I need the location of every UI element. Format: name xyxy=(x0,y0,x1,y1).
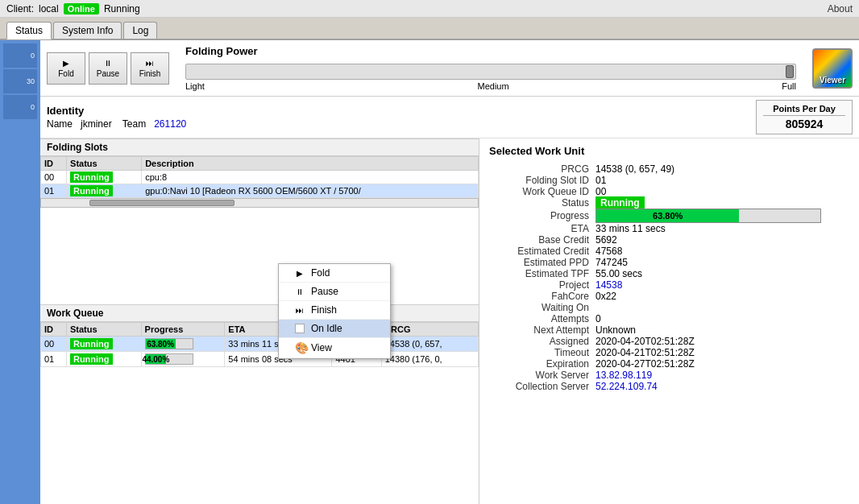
ppd-label: Points Per Day xyxy=(763,104,845,116)
wq-row-00[interactable]: 00 Running 63.80% 33 mins 11 secs 47568 … xyxy=(41,337,479,352)
context-menu-pause[interactable]: ⏸ Pause xyxy=(279,283,390,301)
finish-button[interactable]: ⏭ Finish xyxy=(131,52,169,85)
swu-table: PRCG 14538 (0, 657, 49) Folding Slot ID … xyxy=(489,163,849,392)
slot-desc-01: gpu:0:Navi 10 [Radeon RX 5600 OEM/5600 X… xyxy=(142,184,479,198)
work-queue-table: ID Status Progress ETA Credit PRCG 00 xyxy=(40,322,479,367)
slots-scrollbar[interactable] xyxy=(40,198,479,208)
tab-log[interactable]: Log xyxy=(123,22,157,39)
right-panel: Selected Work Unit PRCG 14538 (0, 657, 4… xyxy=(479,138,859,504)
swu-label-est-credit: Estimated Credit xyxy=(489,246,594,257)
swu-label-work-server: Work Server xyxy=(489,370,594,381)
main-content: 0 30 0 ▶ Fold ⏸ Pause ⏭ Fini xyxy=(0,40,859,504)
left-panel: Folding Slots ID Status Description 00 xyxy=(40,138,479,504)
lower-split: Folding Slots ID Status Description 00 xyxy=(40,138,859,504)
fold-icon: ▶ xyxy=(63,59,69,68)
slot-desc-00: cpu:8 xyxy=(142,171,479,184)
ppd-value: 805924 xyxy=(763,118,845,130)
wq-status-00: Running xyxy=(66,337,141,352)
swu-row-prcg: PRCG 14538 (0, 657, 49) xyxy=(489,163,849,175)
slot-row-00[interactable]: 00 Running cpu:8 xyxy=(41,171,479,184)
tab-system-info[interactable]: System Info xyxy=(53,22,122,39)
folding-slots-title: Folding Slots xyxy=(40,138,479,156)
fold-button[interactable]: ▶ Fold xyxy=(47,52,85,85)
swu-label-base-credit: Base Credit xyxy=(489,234,594,246)
wq-row-01[interactable]: 01 Running 44.00% 54 mins 08 secs 4401 1… xyxy=(41,352,479,367)
swu-value-prcg: 14538 (0, 657, 49) xyxy=(594,163,849,175)
slot-row-01[interactable]: 01 Running gpu:0:Navi 10 [Radeon RX 5600… xyxy=(41,184,479,198)
swu-progress-fill: 63.80% xyxy=(596,209,739,222)
fp-slider-track[interactable] xyxy=(185,64,796,80)
swu-label-status: Status xyxy=(489,197,594,209)
slot-id-00: 00 xyxy=(41,171,67,184)
swu-label-fahcore: FahCore xyxy=(489,291,594,302)
swu-row-timeout: Timeout 2020-04-21T02:51:28Z xyxy=(489,347,849,358)
online-badge: Online xyxy=(64,3,99,14)
swu-value-next-attempt: Unknown xyxy=(594,324,849,336)
collection-server-link[interactable]: 52.224.109.74 xyxy=(595,381,658,392)
wq-status-01: Running xyxy=(66,352,141,367)
slot-status-01: Running xyxy=(67,184,142,198)
swu-value-timeout: 2020-04-21T02:51:28Z xyxy=(594,347,849,358)
swu-label-est-ppd: Estimated PPD xyxy=(489,257,594,268)
context-onidle-checkbox[interactable] xyxy=(295,324,305,333)
swu-label-attempts: Attempts xyxy=(489,313,594,324)
name-label: Name xyxy=(47,118,73,130)
context-onidle-label: On Idle xyxy=(311,323,342,334)
wq-col-progress: Progress xyxy=(141,323,225,337)
wq-progress-01: 44.00% xyxy=(141,352,225,367)
slots-scroll-thumb[interactable] xyxy=(89,200,234,206)
team-link[interactable]: 261120 xyxy=(154,118,186,130)
fp-slider-thumb[interactable] xyxy=(786,65,794,78)
about-button[interactable]: About xyxy=(828,3,853,14)
tab-status[interactable]: Status xyxy=(6,22,52,39)
context-finish-label: Finish xyxy=(311,304,337,316)
project-link[interactable]: 14538 xyxy=(595,279,622,291)
col-description: Description xyxy=(142,157,479,171)
swu-value-fsid: 01 xyxy=(594,175,849,186)
swu-value-waiting-on xyxy=(594,302,849,313)
wq-progress-fill-00: 63.80% xyxy=(146,339,176,349)
accent-block-3: 0 xyxy=(3,95,37,119)
team-label: Team xyxy=(122,118,146,130)
wq-prcg-00: 14538 (0, 657, xyxy=(381,337,478,352)
swu-row-fahcore: FahCore 0x22 xyxy=(489,291,849,302)
swu-row-status: Status Running xyxy=(489,197,849,209)
fp-labels: Light Medium Full xyxy=(185,81,796,91)
swu-value-est-tpf: 55.00 secs xyxy=(594,268,849,279)
swu-row-collection-server: Collection Server 52.224.109.74 xyxy=(489,381,849,392)
work-server-link[interactable]: 13.82.98.119 xyxy=(595,370,652,381)
wq-col-prcg: PRCG xyxy=(381,323,478,337)
tab-bar: Status System Info Log xyxy=(0,18,859,40)
swu-row-base-credit: Base Credit 5692 xyxy=(489,234,849,246)
content-area: ▶ Fold ⏸ Pause ⏭ Finish Folding Power xyxy=(40,40,859,504)
context-menu-on-idle[interactable]: On Idle xyxy=(279,320,390,338)
context-menu-finish[interactable]: ⏭ Finish xyxy=(279,301,390,320)
identity-row: Name jkminer Team 261120 xyxy=(47,118,186,130)
context-menu-view[interactable]: 🎨 View xyxy=(279,338,390,358)
swu-row-fsid: Folding Slot ID 01 xyxy=(489,175,849,186)
slot-status-00: Running xyxy=(67,171,142,184)
fp-label-medium: Medium xyxy=(478,81,509,91)
swu-progress-bar: 63.80% xyxy=(595,209,821,223)
pause-label: Pause xyxy=(97,69,119,78)
swu-label-waiting-on: Waiting On xyxy=(489,302,594,313)
viewer-button[interactable]: Viewer xyxy=(812,48,853,89)
identity-left: Identity Name jkminer Team 261120 xyxy=(47,105,186,130)
swu-row-work-server: Work Server 13.82.98.119 xyxy=(489,370,849,381)
ppd-section: Points Per Day 805924 xyxy=(756,100,853,134)
pause-icon: ⏸ xyxy=(104,59,112,68)
swu-value-progress: 63.80% xyxy=(594,209,849,223)
name-value: jkminer xyxy=(81,118,112,130)
pause-button[interactable]: ⏸ Pause xyxy=(89,52,127,85)
swu-label-collection-server: Collection Server xyxy=(489,381,594,392)
context-view-label: View xyxy=(311,342,332,353)
context-view-icon: 🎨 xyxy=(295,341,305,354)
fp-buttons: ▶ Fold ⏸ Pause ⏭ Finish xyxy=(47,52,169,85)
swu-row-attempts: Attempts 0 xyxy=(489,313,849,324)
context-menu-fold[interactable]: ▶ Fold xyxy=(279,264,390,283)
finish-icon: ⏭ xyxy=(146,59,154,68)
swu-value-est-credit: 47568 xyxy=(594,246,849,257)
col-status: Status xyxy=(67,157,142,171)
identity-label: Identity xyxy=(47,105,186,117)
context-pause-label: Pause xyxy=(311,286,338,297)
